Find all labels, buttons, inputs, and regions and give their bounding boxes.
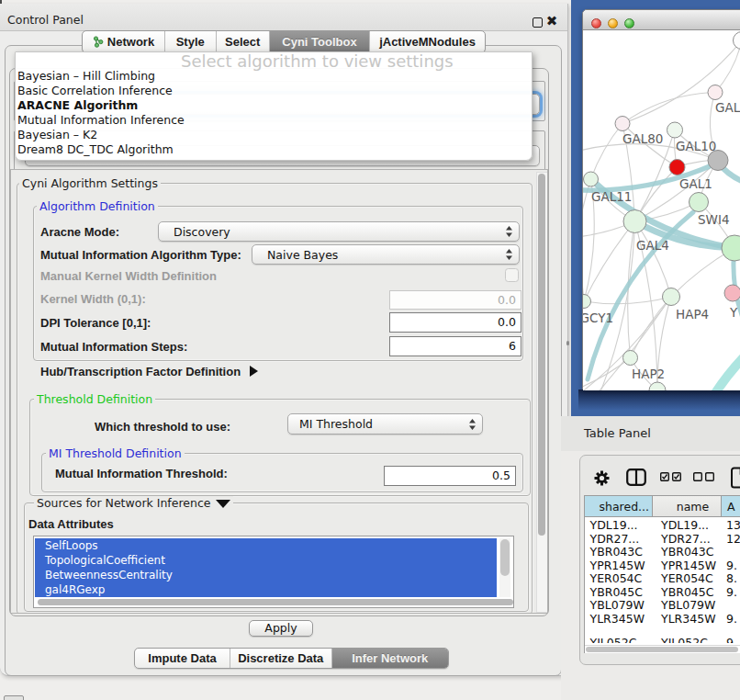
- network-node[interactable]: [708, 85, 723, 100]
- mi-steps-label: Mutual Information Steps:: [40, 340, 187, 354]
- cyni-algorithm-settings-group-title: Cyni Algorithm Settings: [19, 176, 161, 190]
- network-edge: [583, 179, 591, 304]
- network-node[interactable]: [734, 32, 740, 50]
- table-cell: YER054C: [661, 572, 713, 586]
- close-icon[interactable]: ✖: [544, 14, 559, 28]
- minimized-window-icon[interactable]: [4, 695, 24, 700]
- tab-jactivemnodules[interactable]: jActiveMNodules: [370, 31, 485, 52]
- network-node-label: GAL11: [591, 189, 632, 204]
- network-node-label: SWI4: [698, 212, 730, 227]
- column-header-name[interactable]: name: [653, 496, 722, 516]
- data-attributes-list[interactable]: SelfLoopsTopologicalCoefficientBetweenne…: [33, 536, 514, 608]
- network-node[interactable]: [583, 295, 591, 309]
- table-hscrollbar-thumb[interactable]: [586, 647, 738, 652]
- control-panel-tab-strip: NetworkStyleSelectCyni ToolboxjActiveMNo…: [82, 30, 486, 53]
- scrollbar-thumb[interactable]: [538, 174, 545, 536]
- table-row[interactable]: YLR345WYLR345W9.: [585, 613, 740, 627]
- algorithm-option[interactable]: Mutual Information Inference: [17, 113, 185, 128]
- table-row[interactable]: YDL19...YDL19...13: [585, 519, 740, 533]
- tab-infer-network[interactable]: Infer Network: [332, 649, 449, 668]
- apply-button[interactable]: Apply: [249, 620, 313, 637]
- aracne-mode-select[interactable]: Discovery: [158, 221, 520, 242]
- table-row[interactable]: YPR145WYPR145W9.: [585, 559, 740, 573]
- attribute-item-selected[interactable]: SelfLoops: [35, 538, 497, 553]
- control-panel-titlebar[interactable]: Control Panel ✖: [0, 4, 567, 31]
- manual-kernel-width-checkbox: [505, 268, 519, 282]
- attribute-item-selected[interactable]: BetweennessCentrality: [35, 568, 497, 582]
- attribute-item-selected[interactable]: gal4RGexp: [35, 582, 497, 597]
- column-header-shared[interactable]: shared...: [585, 496, 654, 516]
- tab-cyni-toolbox[interactable]: Cyni Toolbox: [270, 31, 370, 52]
- tab-impute-data[interactable]: Impute Data: [135, 649, 230, 668]
- network-node[interactable]: [623, 351, 638, 366]
- network-window-titlebar[interactable]: [583, 10, 740, 30]
- network-window-shadow: [578, 390, 740, 413]
- close-light-icon[interactable]: [591, 18, 601, 28]
- select-all-checks-icon[interactable]: [660, 472, 681, 481]
- tab-label: Select: [225, 35, 260, 49]
- table-horizontal-scrollbar[interactable]: [585, 645, 740, 653]
- list-vscrollbar-thumb[interactable]: [500, 539, 510, 576]
- node-table: shared...nameA YDL19...YDL19...13YDR27..…: [584, 495, 740, 653]
- zoom-light-icon[interactable]: [624, 18, 634, 28]
- network-node[interactable]: [724, 285, 740, 301]
- document-icon[interactable]: [730, 467, 740, 489]
- algorithm-option[interactable]: Bayesian – K2: [17, 128, 97, 142]
- network-node[interactable]: [584, 172, 599, 186]
- list-horizontal-scrollbar[interactable]: [35, 598, 512, 606]
- table-panel-titlebar[interactable]: Table Panel: [561, 416, 740, 451]
- float-window-icon[interactable]: [533, 17, 543, 28]
- settings-vertical-scrollbar[interactable]: [536, 172, 548, 613]
- algorithm-option[interactable]: ARACNE Algorithm: [17, 98, 138, 113]
- table-cell: 13: [726, 519, 740, 533]
- mi-algorithm-type-select[interactable]: Naive Bayes: [252, 244, 520, 265]
- network-node[interactable]: [667, 122, 683, 138]
- table-cell: 12: [726, 533, 740, 547]
- dpi-tolerance-field[interactable]: 0.0: [389, 312, 521, 333]
- network-node[interactable]: [623, 210, 646, 233]
- combo-arrows-icon: [468, 419, 477, 430]
- algorithm-option[interactable]: Bayesian – Hill Climbing: [17, 69, 155, 84]
- list-vertical-scrollbar[interactable]: [499, 538, 510, 597]
- which-threshold-select[interactable]: MI Threshold: [287, 413, 483, 435]
- attribute-item-selected[interactable]: TopologicalCoefficient: [35, 553, 497, 568]
- table-row[interactable]: YER054CYER054C8.: [585, 572, 740, 586]
- collapse-down-icon[interactable]: [216, 500, 230, 508]
- table-cell: YDL19...: [590, 519, 638, 533]
- network-node[interactable]: [722, 235, 740, 261]
- mi-steps-field[interactable]: 6: [389, 336, 521, 356]
- tab-select[interactable]: Select: [217, 31, 271, 52]
- expand-right-icon[interactable]: [250, 366, 258, 377]
- which-threshold-select-value: MI Threshold: [299, 414, 373, 434]
- network-canvas[interactable]: GAL7GAL80GAL10GAL1GAL11SWI4GAL4HAP4YGCY1…: [583, 30, 740, 390]
- column-header-A[interactable]: A: [722, 496, 740, 516]
- algorithm-option[interactable]: Basic Correlation Inference: [17, 84, 173, 98]
- tab-style[interactable]: Style: [165, 31, 217, 52]
- tab-discretize-data[interactable]: Discretize Data: [230, 649, 332, 668]
- gear-icon[interactable]: [594, 470, 610, 486]
- unselect-all-checks-icon[interactable]: [693, 472, 714, 481]
- table-row[interactable]: YBR043CYBR043C: [585, 546, 740, 559]
- tab-network[interactable]: Network: [83, 31, 165, 52]
- network-node[interactable]: [615, 117, 630, 131]
- splitter-handle[interactable]: [566, 341, 569, 345]
- algorithm-option[interactable]: Dream8 DC_TDC Algorithm: [17, 142, 174, 157]
- minimize-light-icon[interactable]: [608, 18, 618, 28]
- kernel-width-label: Kernel Width (0,1):: [40, 292, 146, 306]
- table-row[interactable]: YDR27...YDR27...12: [585, 533, 740, 547]
- table-cell: YDR27...: [590, 533, 640, 547]
- network-node[interactable]: [663, 288, 680, 306]
- list-hscrollbar-thumb[interactable]: [38, 599, 513, 605]
- table-row[interactable]: YIL052CYIL052C9.: [585, 637, 740, 644]
- table-row[interactable]: YBR045CYBR045C9.: [585, 586, 740, 600]
- table-cell: 9.: [726, 559, 737, 573]
- table-row[interactable]: YBL079WYBL079W: [585, 599, 740, 613]
- network-node[interactable]: [649, 382, 666, 390]
- split-columns-icon[interactable]: [626, 469, 646, 486]
- network-node-label: GCY1: [583, 310, 613, 325]
- table-cell: 9.: [726, 613, 737, 627]
- mi-threshold-field[interactable]: 0.5: [384, 466, 516, 486]
- network-node[interactable]: [669, 160, 685, 175]
- network-node[interactable]: [690, 193, 709, 212]
- network-view-window: GAL7GAL80GAL10GAL1GAL11SWI4GAL4HAP4YGCY1…: [582, 9, 740, 390]
